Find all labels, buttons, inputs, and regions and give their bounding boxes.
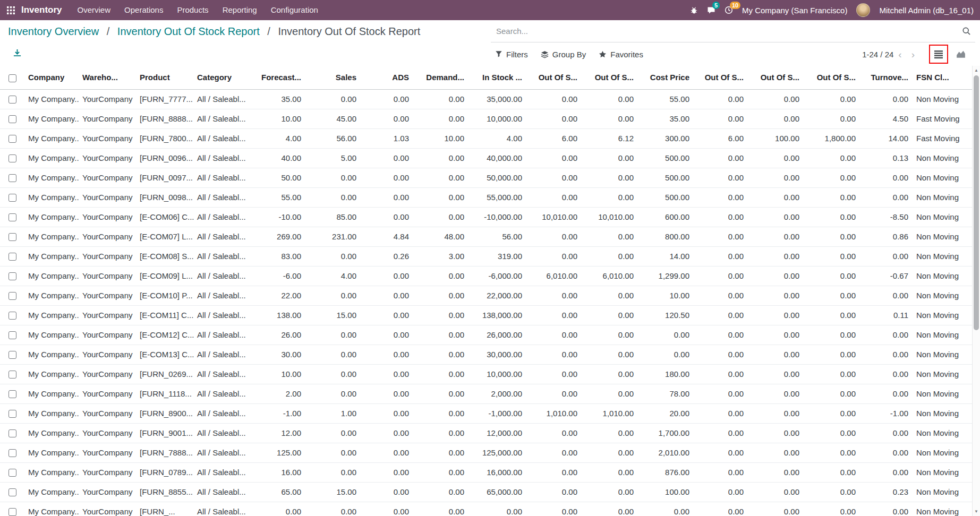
row-checkbox[interactable] [8, 272, 16, 280]
row-checkbox[interactable] [8, 390, 16, 398]
table-row[interactable]: My Company...YourCompany[E-COM11] C...Al… [0, 305, 972, 325]
scroll-up-arrow[interactable]: ▲ [973, 68, 980, 73]
group-by-button[interactable]: Group By [541, 50, 586, 59]
row-select-cell [0, 482, 25, 502]
table-row[interactable]: My Company...YourCompany[FURN_0096...All… [0, 148, 972, 168]
activities-button[interactable]: 10 [725, 6, 733, 14]
column-header[interactable]: Out Of S... [748, 66, 804, 89]
cell: -0.67 [860, 266, 913, 286]
column-header[interactable]: Product [137, 66, 194, 89]
export-button[interactable] [13, 49, 22, 60]
table-row[interactable]: My Company...YourCompany[E-COM09] L...Al… [0, 266, 972, 286]
menu-configuration[interactable]: Configuration [264, 0, 325, 20]
row-checkbox[interactable] [8, 429, 16, 437]
row-checkbox[interactable] [8, 135, 16, 143]
column-header[interactable]: Out Of S... [694, 66, 748, 89]
column-header[interactable]: Out Of S... [527, 66, 582, 89]
column-header[interactable]: In Stock ... [469, 66, 527, 89]
scrollbar-thumb[interactable] [974, 75, 979, 330]
row-checkbox[interactable] [8, 508, 16, 516]
list-view-button[interactable] [931, 47, 946, 62]
table-row[interactable]: My Company...YourCompany[FURN_0269...All… [0, 364, 972, 384]
column-header[interactable]: Forecast... [250, 66, 306, 89]
breadcrumb-link-overview[interactable]: Inventory Overview [8, 25, 99, 37]
table-row[interactable]: My Company...YourCompany[E-COM07] L...Al… [0, 227, 972, 246]
menu-operations[interactable]: Operations [117, 0, 170, 20]
row-checkbox[interactable] [8, 233, 16, 241]
table-row[interactable]: My Company...YourCompany[E-COM08] S...Al… [0, 246, 972, 266]
row-checkbox[interactable] [8, 312, 16, 320]
search-input[interactable] [495, 26, 962, 36]
row-checkbox[interactable] [8, 410, 16, 418]
row-checkbox[interactable] [8, 469, 16, 477]
table-row[interactable]: My Company...YourCompany[FURN_8855...All… [0, 482, 972, 502]
pager-next-button[interactable]: › [907, 49, 919, 59]
menu-overview[interactable]: Overview [71, 0, 118, 20]
row-checkbox[interactable] [8, 253, 16, 261]
row-checkbox[interactable] [8, 449, 16, 457]
apps-menu-button[interactable] [0, 0, 21, 20]
table-row[interactable]: My Company...YourCompany[FURN_8900...All… [0, 403, 972, 423]
user-avatar[interactable] [856, 3, 870, 17]
column-header[interactable]: ADS [361, 66, 414, 89]
table-row[interactable]: My Company...YourCompany[FURN_...All / S… [0, 502, 972, 516]
select-all-checkbox[interactable] [8, 74, 16, 82]
row-checkbox[interactable] [8, 174, 16, 182]
row-checkbox[interactable] [8, 154, 16, 162]
filters-button[interactable]: Filters [495, 50, 528, 59]
search-options: Filters Group By Favorites [495, 42, 643, 66]
row-checkbox[interactable] [8, 115, 16, 123]
scroll-down-arrow[interactable]: ▼ [973, 509, 980, 514]
cell: 0.00 [414, 266, 469, 286]
row-checkbox[interactable] [8, 371, 16, 379]
table-row[interactable]: My Company...YourCompany[E-COM06] C...Al… [0, 207, 972, 227]
column-header[interactable]: Out Of S... [804, 66, 860, 89]
table-row[interactable]: My Company...YourCompany[FURN_7777...All… [0, 89, 972, 109]
table-row[interactable]: My Company...YourCompany[FURN_1118...All… [0, 384, 972, 403]
user-menu[interactable]: Mitchell Admin (db_16_01) [879, 6, 974, 15]
column-header[interactable]: Demand... [414, 66, 469, 89]
table-row[interactable]: My Company...YourCompany[FURN_0098...All… [0, 187, 972, 207]
table-row[interactable]: My Company...YourCompany[FURN_0097...All… [0, 168, 972, 187]
cell: All / Saleabl... [194, 384, 250, 403]
column-header[interactable]: Category [194, 66, 250, 89]
row-checkbox[interactable] [8, 351, 16, 359]
table-row[interactable]: My Company...YourCompany[E-COM12] C...Al… [0, 325, 972, 345]
row-checkbox[interactable] [8, 292, 16, 300]
app-name[interactable]: Inventory [21, 5, 62, 15]
row-checkbox[interactable] [8, 331, 16, 339]
favorites-button[interactable]: Favorites [599, 50, 643, 59]
debug-button[interactable] [690, 6, 698, 14]
table-row[interactable]: My Company...YourCompany[FURN_0789...All… [0, 462, 972, 482]
cell: 0.00 [361, 266, 414, 286]
table-row[interactable]: My Company...YourCompany[FURN_8888...All… [0, 109, 972, 128]
column-header[interactable]: Turnove... [860, 66, 913, 89]
cell: 65.00 [250, 482, 306, 502]
row-checkbox[interactable] [8, 194, 16, 202]
row-checkbox[interactable] [8, 488, 16, 496]
menu-products[interactable]: Products [170, 0, 215, 20]
pager-previous-button[interactable]: ‹ [893, 49, 906, 59]
row-checkbox[interactable] [8, 213, 16, 221]
table-row[interactable]: My Company...YourCompany[FURN_9001...All… [0, 423, 972, 443]
cell: All / Saleabl... [194, 148, 250, 168]
cell: My Company... [25, 305, 79, 325]
column-header[interactable]: Wareho... [79, 66, 137, 89]
row-checkbox[interactable] [8, 96, 16, 104]
column-header[interactable]: Company [25, 66, 79, 89]
cell: 0.00 [527, 148, 582, 168]
table-row[interactable]: My Company...YourCompany[E-COM10] P...Al… [0, 286, 972, 305]
column-header[interactable]: FSN Cl... [913, 66, 972, 89]
menu-reporting[interactable]: Reporting [216, 0, 264, 20]
table-row[interactable]: My Company...YourCompany[FURN_7888...All… [0, 443, 972, 462]
table-row[interactable]: My Company...YourCompany[FURN_7800...All… [0, 128, 972, 148]
chart-view-button[interactable] [953, 47, 968, 62]
company-switcher[interactable]: My Company (San Francisco) [742, 6, 847, 15]
table-row[interactable]: My Company...YourCompany[E-COM13] C...Al… [0, 345, 972, 364]
column-header[interactable]: Sales [306, 66, 361, 89]
column-header[interactable]: Out Of S... [582, 66, 638, 89]
breadcrumb-link-report[interactable]: Inventory Out Of Stock Report [117, 25, 260, 37]
pager[interactable]: 1-24 / 24 [862, 50, 893, 59]
column-header[interactable]: Cost Price [638, 66, 694, 89]
messages-button[interactable]: 5 [707, 6, 715, 14]
